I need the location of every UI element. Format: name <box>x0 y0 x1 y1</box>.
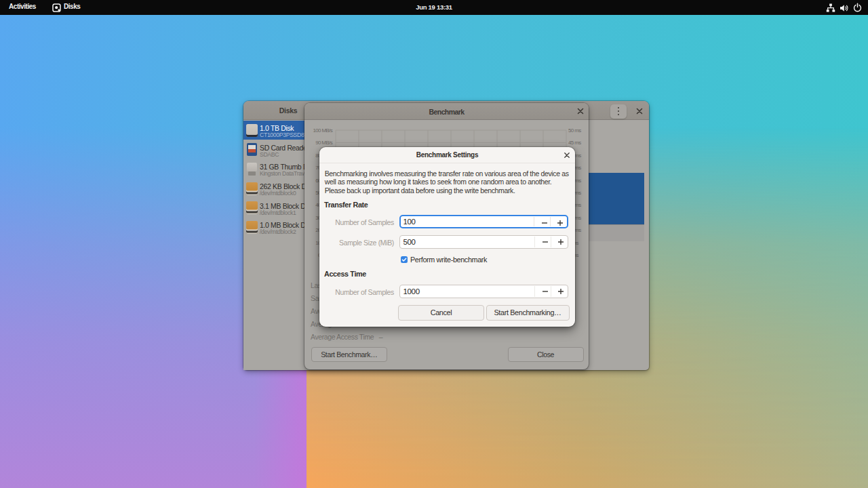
svg-text:100 MB/s: 100 MB/s <box>313 127 332 134</box>
svg-text:45 ms: 45 ms <box>568 140 581 146</box>
svg-text:90 MB/s: 90 MB/s <box>315 140 332 146</box>
svg-text:50 ms: 50 ms <box>568 127 581 134</box>
